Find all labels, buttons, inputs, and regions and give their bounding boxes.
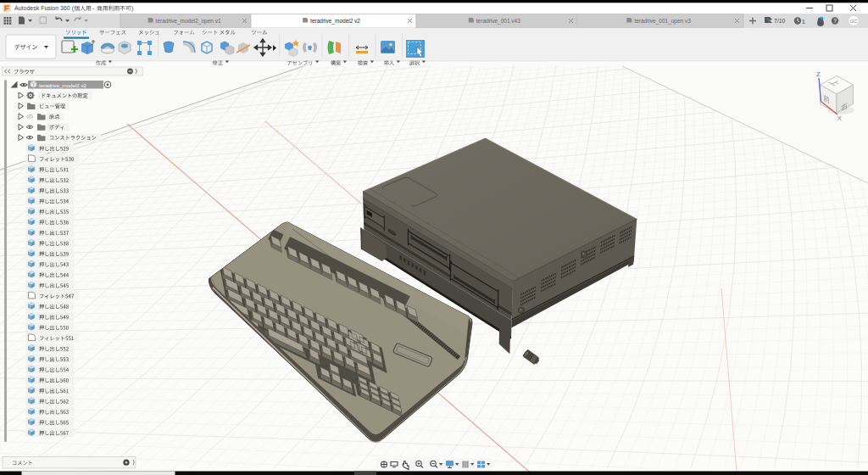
svg-text:Z: Z: [816, 70, 821, 78]
svg-text:X: X: [837, 115, 842, 122]
svg-text:teradrive_model2 v2: teradrive_model2 v2: [310, 18, 360, 25]
svg-text:GC: GC: [850, 19, 857, 24]
svg-text:7/10: 7/10: [774, 18, 785, 24]
svg-text:1: 1: [802, 19, 805, 25]
svg-text:?: ?: [833, 18, 837, 24]
svg-text:): ): [131, 5, 133, 12]
svg-text:teradrive_model2_open v1: teradrive_model2_open v1: [156, 18, 221, 25]
svg-text:teradrive_001_open v3: teradrive_001_open v3: [634, 18, 691, 25]
svg-text:teradrive_model2 v2: teradrive_model2 v2: [39, 82, 87, 88]
svg-text:Autodesk Fusion 360 (: Autodesk Fusion 360 (: [14, 5, 75, 12]
svg-text:teradrive_001 v43: teradrive_001 v43: [476, 18, 520, 25]
